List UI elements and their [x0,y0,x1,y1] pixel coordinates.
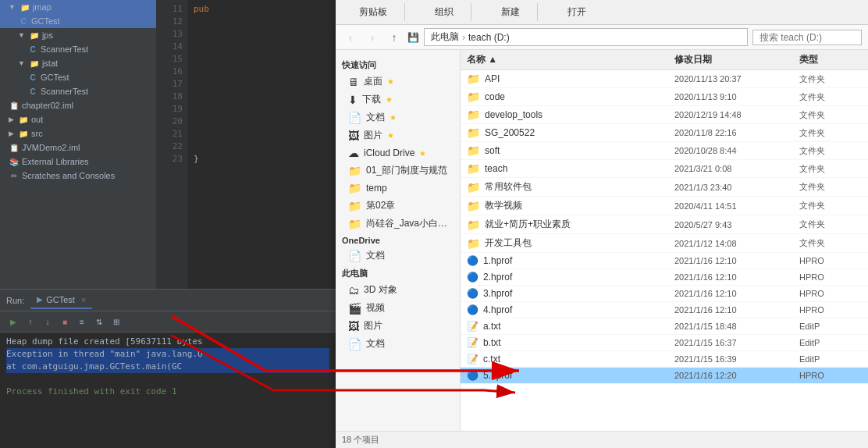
fe-open-btn[interactable]: 打开 [560,3,594,21]
code-line [194,16,329,28]
fe-file-name-col: 🔵3.hprof [467,288,674,299]
fe-file-row[interactable]: 📁就业+简历+职业素质2020/5/27 9:43文件夹 [461,215,868,234]
fe-file-icon: 📁 [467,91,480,103]
fe-file-date: 2021/1/3 23:40 [674,183,799,192]
fe-file-icon: 📁 [467,219,480,231]
fe-file-icon: 📁 [467,108,480,121]
fe-clipboard-btn[interactable]: 剪贴板 [351,3,395,21]
fe-file-name-text: 5.hprof [483,370,512,381]
fe-file-row[interactable]: 🔵5.hprof2021/1/16 12:20HPRO [461,368,868,384]
fe-nav-item-视频[interactable]: 🎬视频 [336,299,460,317]
scratch-icon: ✏ [11,172,17,180]
run-tab-gctest[interactable]: ▶ GCTest × [30,292,92,309]
fe-path-part2[interactable]: teach (D:) [468,32,510,43]
fe-file-row[interactable]: 📁开发工具包2021/1/12 14:08文件夹 [461,234,868,253]
fe-file-icon: 📁 [467,73,480,85]
nav-item-label: 尚硅谷_Java小白的7节入门必... [366,217,454,230]
fe-search-input[interactable] [752,30,862,45]
tree-item-jps[interactable]: ▼📁jps [0,28,156,42]
fe-file-row[interactable]: 📝c.txt2021/1/15 16:39EditP [461,351,868,368]
fe-nav-item-第02章[interactable]: 📁第02章 [336,197,460,215]
run-lines-btn[interactable]: ≡ [75,315,89,329]
fe-new-btn[interactable]: 新建 [493,3,528,21]
fe-nav-item-文档[interactable]: 📄文档 [336,335,460,353]
run-play-btn[interactable]: ▶ [6,315,20,329]
tree-item-gctest[interactable]: CGCTest [0,70,156,84]
fe-nav-item-文档[interactable]: 📄文档 [336,247,460,265]
fe-nav-item-temp[interactable]: 📁temp [336,180,460,197]
tree-item-jstat[interactable]: ▼📁jstat [0,56,156,70]
fe-file-row[interactable]: 📝a.txt2021/1/15 18:48EditP [461,318,868,335]
fe-filelist-header[interactable]: 名称 ▲ 修改日期 类型 [461,50,868,70]
fe-nav-item-图片[interactable]: 🖼图片 [336,317,460,335]
tree-item-icon: C [27,72,38,83]
fe-file-name-text: a.txt [483,321,501,332]
fe-nav-item-图片[interactable]: 🖼图片★ [336,126,460,144]
fe-file-row[interactable]: 📁教学视频2020/4/11 14:51文件夹 [461,197,868,215]
output-line [6,373,329,386]
tree-item-out[interactable]: ▶📁out [0,112,156,126]
tree-item-chapter02.iml[interactable]: 📋chapter02.iml [0,98,156,112]
tree-item-scratches-and-consoles[interactable]: ✏Scratches and Consoles [0,169,156,183]
line-number: 17 [156,78,183,91]
fe-file-row[interactable]: 🔵1.hprof2021/1/16 12:10HPRO [461,253,868,269]
tree-item-external-libraries[interactable]: 📚External Libraries [0,155,156,169]
fe-nav-item-下载[interactable]: ⬇下载★ [336,91,460,108]
fe-file-name-text: 1.hprof [483,255,512,266]
tree-item-gctest[interactable]: CGCTest [0,14,156,28]
fe-file-row[interactable]: 📝b.txt2021/1/15 16:37EditP [461,335,868,351]
fe-organize-btn[interactable]: 组织 [427,3,461,21]
fe-file-name-col: 📁开发工具包 [467,236,674,250]
nav-item-star: ★ [390,113,397,122]
fe-up-btn[interactable]: ↑ [386,29,403,46]
line-number: 12 [156,16,183,28]
fe-filelist: 📁API2020/11/13 20:37文件夹📁code2020/11/13 9… [461,70,868,431]
fe-nav-item-文档[interactable]: 📄文档★ [336,108,460,126]
tree-item-jmap[interactable]: ▼📁jmap [0,0,156,14]
fe-file-row[interactable]: 📁develop_tools2020/12/19 14:48文件夹 [461,106,868,124]
fe-file-name-col: 📁就业+简历+职业素质 [467,218,674,231]
fe-file-row[interactable]: 📁code2020/11/13 9:10文件夹 [461,88,868,106]
tree-item-scannertest[interactable]: CScannerTest [0,84,156,98]
fe-file-type: HPRO [799,305,862,315]
run-stop-btn[interactable]: ■ [58,315,72,329]
line-number: 11 [156,3,183,16]
fe-file-row[interactable]: 📁API2020/11/13 20:37文件夹 [461,70,868,88]
tree-item-scannertest[interactable]: CScannerTest [0,42,156,56]
run-down-btn[interactable]: ↓ [41,315,55,329]
tree-item-label: External Libraries [22,157,89,166]
fe-file-date: 2021/1/16 12:20 [674,371,799,380]
fe-nav-item-3D 对象[interactable]: 🗂3D 对象 [336,281,460,299]
run-tab-label: GCTest [46,295,75,304]
fe-file-row[interactable]: 📁teach2021/3/21 0:08文件夹 [461,160,868,178]
tree-item-label: jmap [33,2,52,12]
txt-icon: 📝 [467,354,478,364]
run-extra-btn1[interactable]: ⇅ [92,315,106,329]
run-extra-btn2[interactable]: ⊞ [109,315,123,329]
fe-file-row[interactable]: 📁SG_2005222020/11/8 22:16文件夹 [461,124,868,142]
fe-path-part1[interactable]: 此电脑 [431,30,459,44]
fe-file-row[interactable]: 📁soft2020/10/28 8:44文件夹 [461,142,868,160]
fe-file-row[interactable]: 🔵2.hprof2021/1/16 12:10HPRO [461,269,868,286]
tree-item-jvmdemo2.iml[interactable]: 📋JVMDemo2.iml [0,140,156,155]
fe-toolbar-clipboard: 剪贴板 [342,3,405,21]
run-up-btn[interactable]: ↑ [23,315,37,329]
fe-nav-item-桌面[interactable]: 🖥桌面★ [336,73,460,91]
fe-nav-item-iCloud Drive[interactable]: ☁iCloud Drive★ [336,144,460,162]
folder-icon: 📁 [467,237,480,250]
tree-item-src[interactable]: ▶📁src [0,126,156,140]
run-tab-close[interactable]: × [81,295,86,304]
fe-path-bar[interactable]: 此电脑 › teach (D:) [424,28,748,46]
fe-file-row[interactable]: 📁常用软件包2021/1/3 23:40文件夹 [461,178,868,197]
fe-file-row[interactable]: 🔵3.hprof2021/1/16 12:10HPRO [461,286,868,302]
main-container: ▼📁jmapCGCTest▼📁jpsCScannerTest▼📁jstatCGC… [0,0,868,448]
fe-file-date: 2020/10/28 8:44 [674,146,799,155]
nav-item-label: 视频 [366,301,385,315]
fe-forward-btn[interactable]: › [364,29,381,46]
tree-item-label: chapter02.iml [22,101,73,110]
fe-file-row[interactable]: 🔵4.hprof2021/1/16 12:10HPRO [461,302,868,318]
fe-nav-item-尚硅谷_Java小白的7节入门必...[interactable]: 📁尚硅谷_Java小白的7节入门必... [336,215,460,233]
fe-nav-item-01_部门制度与规范[interactable]: 📁01_部门制度与规范 [336,162,460,180]
fe-back-btn[interactable]: ‹ [342,29,359,46]
java-icon: C [30,73,35,82]
